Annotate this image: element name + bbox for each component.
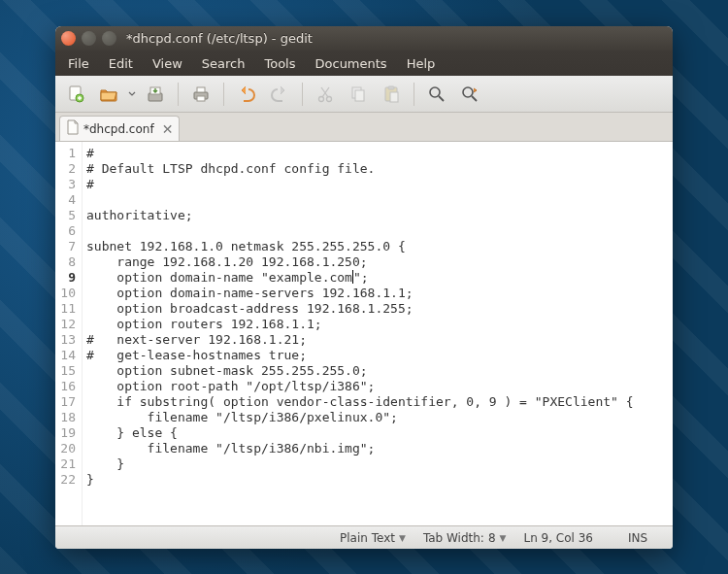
code-line[interactable]: } else { [86, 425, 673, 441]
menu-view[interactable]: View [144, 53, 191, 74]
window-close-button[interactable] [61, 31, 76, 46]
line-number: 9 [55, 270, 76, 286]
menu-documents[interactable]: Documents [307, 53, 396, 74]
line-number: 3 [55, 177, 76, 192]
svg-point-8 [327, 96, 332, 101]
code-line[interactable]: } [86, 456, 673, 472]
open-button[interactable] [94, 80, 123, 109]
line-number: 11 [55, 301, 76, 317]
code-line[interactable]: option routers 192.168.1.1; [86, 317, 673, 332]
line-number: 20 [55, 441, 76, 456]
menu-help[interactable]: Help [398, 53, 445, 74]
window-title: *dhcpd.conf (/etc/ltsp) - gedit [126, 31, 313, 46]
open-recent-dropdown[interactable] [127, 90, 137, 98]
line-number: 16 [55, 379, 76, 394]
line-number: 18 [55, 410, 76, 425]
line-number: 4 [55, 192, 76, 208]
text-cursor [352, 270, 353, 284]
code-line[interactable]: } [86, 472, 673, 488]
svg-point-7 [319, 96, 324, 101]
line-number: 13 [55, 332, 76, 348]
insert-mode-label: INS [628, 531, 647, 545]
window-minimize-button[interactable] [82, 31, 96, 46]
tab-label: *dhcpd.conf [83, 122, 154, 136]
line-number: 6 [55, 223, 76, 239]
titlebar: *dhcpd.conf (/etc/ltsp) - gedit [55, 26, 673, 51]
line-number: 12 [55, 317, 76, 332]
text-editor[interactable]: 12345678910111213141516171819202122 ## D… [55, 142, 673, 525]
tab-width-prefix: Tab Width: [423, 531, 484, 545]
tab-width-selector[interactable]: Tab Width: 8 ▼ [423, 531, 507, 545]
print-button[interactable] [186, 80, 215, 109]
chevron-down-icon: ▼ [500, 533, 507, 543]
code-line[interactable]: option domain-name "example.com"; [86, 270, 673, 286]
menu-edit[interactable]: Edit [100, 53, 142, 74]
code-line[interactable]: # [86, 146, 673, 161]
line-number: 8 [55, 254, 76, 270]
line-number: 22 [55, 472, 76, 488]
code-line[interactable]: # next-server 192.168.1.21; [86, 332, 673, 348]
code-line[interactable]: filename "/ltsp/i386/pxelinux.0"; [86, 410, 673, 425]
cursor-position: Ln 9, Col 36 [523, 531, 593, 545]
code-area[interactable]: ## Default LTSP dhcpd.conf config file.#… [83, 142, 673, 525]
code-line[interactable]: option domain-name-servers 192.168.1.1; [86, 286, 673, 301]
menu-search[interactable]: Search [193, 53, 254, 74]
code-line[interactable]: subnet 192.168.1.0 netmask 255.255.255.0… [86, 239, 673, 254]
code-line[interactable]: range 192.168.1.20 192.168.1.250; [86, 254, 673, 270]
tab-close-icon[interactable]: ✕ [162, 121, 174, 137]
new-button[interactable] [61, 80, 90, 109]
menubar: File Edit View Search Tools Documents He… [55, 51, 673, 76]
redo-button[interactable] [265, 80, 294, 109]
find-button[interactable] [422, 80, 451, 109]
save-button[interactable] [141, 80, 170, 109]
copy-button[interactable] [344, 80, 373, 109]
line-number: 2 [55, 161, 76, 177]
toolbar [55, 76, 673, 113]
window-maximize-button[interactable] [102, 31, 116, 46]
code-line[interactable]: # Default LTSP dhcpd.conf config file. [86, 161, 673, 177]
svg-rect-6 [197, 96, 205, 101]
cut-button[interactable] [311, 80, 340, 109]
code-line[interactable]: # [86, 177, 673, 192]
code-line[interactable]: option subnet-mask 255.255.255.0; [86, 363, 673, 379]
line-number: 10 [55, 286, 76, 301]
status-bar: Plain Text ▼ Tab Width: 8 ▼ Ln 9, Col 36… [55, 525, 673, 549]
svg-rect-10 [355, 90, 364, 101]
tab-width-value: 8 [488, 531, 496, 545]
paste-button[interactable] [377, 80, 406, 109]
code-line[interactable]: option broadcast-address 192.168.1.255; [86, 301, 673, 317]
code-line[interactable] [86, 192, 673, 208]
line-number: 1 [55, 146, 76, 161]
syntax-mode-selector[interactable]: Plain Text ▼ [340, 531, 406, 545]
chevron-down-icon: ▼ [399, 533, 406, 543]
code-line[interactable]: if substring( option vendor-class-identi… [86, 394, 673, 410]
line-number-gutter: 12345678910111213141516171819202122 [55, 142, 83, 525]
toolbar-separator [223, 83, 224, 106]
line-number: 19 [55, 425, 76, 441]
line-number: 17 [55, 394, 76, 410]
document-tab[interactable]: *dhcpd.conf ✕ [59, 116, 180, 141]
syntax-mode-label: Plain Text [340, 531, 395, 545]
tab-bar: *dhcpd.conf ✕ [55, 113, 673, 142]
code-line[interactable] [86, 223, 673, 239]
code-line[interactable]: # get-lease-hostnames true; [86, 348, 673, 363]
document-icon [66, 119, 80, 138]
code-line[interactable]: option root-path "/opt/ltsp/i386"; [86, 379, 673, 394]
toolbar-separator [302, 83, 303, 106]
svg-rect-12 [388, 86, 394, 89]
line-number: 7 [55, 239, 76, 254]
menu-file[interactable]: File [59, 53, 98, 74]
undo-button[interactable] [232, 80, 261, 109]
find-replace-button[interactable] [455, 80, 484, 109]
gedit-window: *dhcpd.conf (/etc/ltsp) - gedit File Edi… [55, 26, 673, 549]
line-number: 5 [55, 208, 76, 223]
code-line[interactable]: authoritative; [86, 208, 673, 223]
svg-rect-5 [197, 87, 205, 92]
line-number: 15 [55, 363, 76, 379]
code-line[interactable]: filename "/ltsp/i386/nbi.img"; [86, 441, 673, 456]
toolbar-separator [414, 83, 414, 106]
svg-point-14 [430, 87, 440, 97]
insert-mode-indicator[interactable]: INS [611, 531, 665, 545]
line-number: 21 [55, 456, 76, 472]
menu-tools[interactable]: Tools [255, 53, 304, 74]
